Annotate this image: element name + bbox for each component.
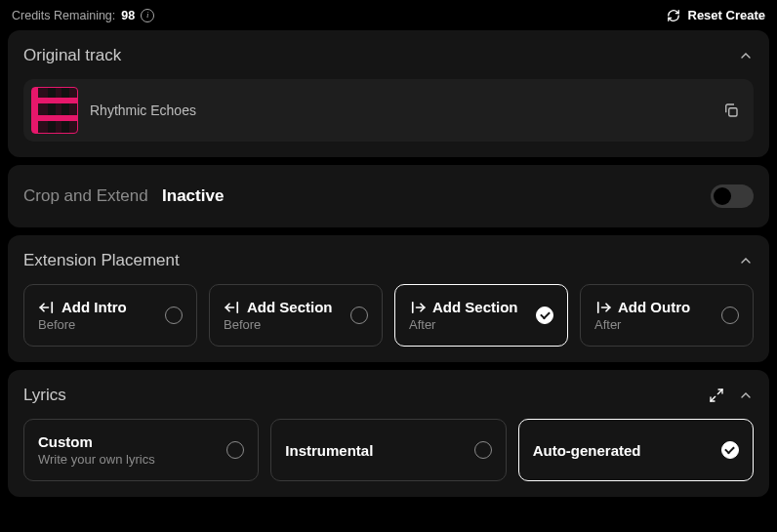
arrow-left-bar-icon	[224, 301, 241, 314]
info-icon[interactable]: i	[141, 9, 154, 22]
lyrics-option[interactable]: CustomWrite your own lyrics	[23, 419, 259, 481]
extension-option[interactable]: Add SectionBefore	[209, 284, 383, 347]
radio-indicator	[721, 307, 739, 324]
lyrics-option-sub: Write your own lyrics	[38, 452, 155, 467]
extension-option-main: Add Outro	[594, 299, 690, 315]
track-name: Rhythmic Echoes	[90, 102, 711, 118]
crop-extend-state: Inactive	[162, 186, 224, 205]
top-bar: Credits Remaining: 98 i Reset Create	[8, 8, 769, 30]
extension-option-main: Add Section	[409, 299, 518, 315]
radio-indicator	[536, 307, 553, 324]
extension-placement-title: Extension Placement	[23, 251, 180, 270]
radio-indicator	[165, 307, 183, 324]
credits-value: 98	[121, 9, 135, 22]
chevron-up-icon[interactable]	[738, 48, 754, 63]
extension-option-sub: Before	[224, 317, 333, 332]
lyrics-option-main: Instrumental	[285, 442, 373, 459]
lyrics-panel: Lyrics CustomWrite your own lyricsInstru…	[8, 370, 769, 497]
original-track-header: Original track	[23, 46, 754, 65]
radio-indicator	[474, 441, 492, 459]
crop-extend-heading: Crop and Extend Inactive	[23, 186, 224, 206]
credits-remaining: Credits Remaining: 98 i	[12, 9, 154, 22]
crop-extend-label: Crop and Extend	[23, 186, 148, 205]
extension-option-main: Add Intro	[38, 299, 127, 315]
chevron-up-icon[interactable]	[738, 388, 754, 403]
svg-line-9	[717, 389, 722, 394]
lyrics-option-main: Auto-generated	[533, 442, 641, 459]
lyrics-title: Lyrics	[23, 386, 66, 405]
crop-extend-panel: Crop and Extend Inactive	[8, 165, 769, 227]
extension-option-main: Add Section	[224, 299, 333, 315]
extension-option[interactable]: Add IntroBefore	[23, 284, 197, 347]
chevron-up-icon[interactable]	[738, 253, 754, 268]
extension-option[interactable]: Add OutroAfter	[580, 284, 754, 347]
extension-option-sub: After	[409, 317, 518, 332]
lyrics-header: Lyrics	[23, 386, 754, 405]
extension-option[interactable]: Add SectionAfter	[394, 284, 568, 347]
extension-option-sub: Before	[38, 317, 127, 332]
crop-extend-toggle[interactable]	[711, 184, 754, 208]
radio-indicator	[721, 441, 739, 459]
radio-indicator	[226, 441, 244, 459]
reset-create-button[interactable]: Reset Create	[667, 8, 766, 22]
original-track-title: Original track	[23, 46, 121, 65]
expand-icon[interactable]	[709, 388, 724, 403]
track-thumbnail	[31, 87, 78, 134]
copy-icon[interactable]	[722, 102, 740, 119]
svg-rect-0	[729, 108, 737, 116]
arrow-left-bar-icon	[38, 301, 56, 314]
arrow-right-bar-icon	[409, 301, 427, 314]
radio-indicator	[350, 307, 368, 324]
reset-create-label: Reset Create	[688, 8, 766, 22]
lyrics-option-main: Custom	[38, 433, 155, 450]
track-row: Rhythmic Echoes	[23, 79, 754, 142]
toggle-knob	[714, 187, 731, 205]
arrow-right-bar-icon	[594, 301, 612, 314]
refresh-icon	[667, 9, 680, 22]
svg-line-10	[711, 396, 716, 401]
extension-placement-header: Extension Placement	[23, 251, 754, 270]
credits-label: Credits Remaining:	[12, 9, 115, 22]
lyrics-option[interactable]: Auto-generated	[518, 419, 754, 481]
lyrics-option[interactable]: Instrumental	[270, 419, 506, 481]
original-track-panel: Original track Rhythmic Echoes	[8, 30, 769, 157]
extension-option-sub: After	[594, 317, 690, 332]
extension-placement-panel: Extension Placement Add IntroBeforeAdd S…	[8, 235, 769, 362]
